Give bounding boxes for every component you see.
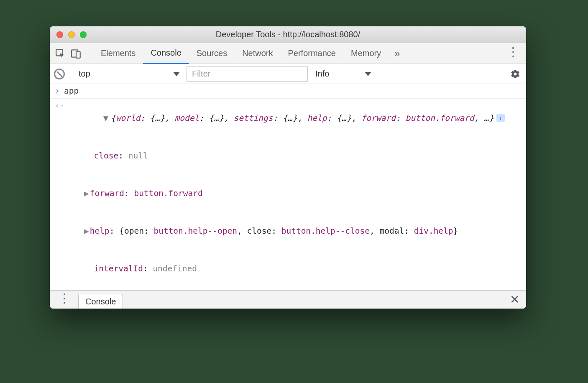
- tab-console[interactable]: Console: [143, 43, 189, 64]
- object-summary[interactable]: {world: {…}, model: {…}, settings: {…}, …: [111, 113, 494, 123]
- info-badge-icon[interactable]: i: [496, 114, 505, 122]
- more-options-icon[interactable]: ⋮: [503, 49, 523, 58]
- inspect-element-icon[interactable]: [55, 48, 66, 59]
- tab-sources[interactable]: Sources: [189, 43, 235, 64]
- panel-tabs: Elements Console Sources Network Perform…: [50, 43, 526, 64]
- console-settings-icon[interactable]: [510, 69, 520, 79]
- zoom-window-button[interactable]: [80, 31, 87, 38]
- console-result: ‹· ▼{world: {…}, model: {…}, settings: {…: [50, 99, 526, 290]
- expand-toggle-icon[interactable]: ▼: [103, 112, 111, 125]
- drawer-menu-icon[interactable]: ⋮: [54, 296, 74, 304]
- separator: [499, 48, 499, 59]
- close-window-button[interactable]: [56, 31, 63, 38]
- input-text: app: [64, 85, 521, 97]
- separator: [71, 68, 71, 80]
- console-toolbar: top Info: [50, 64, 526, 84]
- tab-memory[interactable]: Memory: [343, 43, 389, 64]
- drawer-bar: ⋮ Console ✕: [50, 290, 526, 309]
- device-toolbar-icon[interactable]: [71, 48, 82, 59]
- output-prompt-icon: ‹·: [55, 100, 64, 112]
- clear-console-icon[interactable]: [54, 69, 65, 79]
- svg-rect-2: [76, 51, 80, 58]
- window-title: Developer Tools - http://localhost:8080/: [50, 30, 526, 39]
- chevron-down-icon: [173, 72, 180, 76]
- tab-performance[interactable]: Performance: [281, 43, 344, 64]
- chevron-down-icon: [365, 72, 371, 76]
- filter-input[interactable]: [187, 66, 308, 82]
- result-content: ▼{world: {…}, model: {…}, settings: {…},…: [64, 100, 521, 290]
- traffic-lights: [56, 31, 87, 38]
- close-drawer-icon[interactable]: ✕: [510, 293, 522, 306]
- prop-help[interactable]: ▶help: {open: button.help--open, close: …: [64, 225, 521, 237]
- prop-close[interactable]: close: null: [64, 150, 521, 162]
- execution-context-label: top: [79, 69, 90, 79]
- console-input-echo: › app: [50, 84, 526, 99]
- log-level-select[interactable]: Info: [310, 66, 376, 82]
- execution-context-select[interactable]: top: [74, 66, 184, 82]
- console-output: › app ‹· ▼{world: {…}, model: {…}, setti…: [50, 84, 526, 290]
- devtools-window: Developer Tools - http://localhost:8080/…: [50, 26, 526, 309]
- tab-network[interactable]: Network: [235, 43, 280, 64]
- minimize-window-button[interactable]: [68, 31, 75, 38]
- prop-forward[interactable]: ▶forward: button.forward: [64, 187, 521, 200]
- titlebar: Developer Tools - http://localhost:8080/: [50, 26, 526, 43]
- drawer-tab-label: Console: [85, 297, 116, 306]
- input-prompt-icon: ›: [55, 85, 64, 97]
- drawer-tab-console[interactable]: Console: [78, 294, 123, 309]
- tabs-overflow-button[interactable]: »: [389, 48, 406, 59]
- log-level-label: Info: [315, 69, 329, 79]
- prop-intervalid[interactable]: intervalId: undefined: [64, 263, 521, 275]
- tab-elements[interactable]: Elements: [93, 43, 143, 64]
